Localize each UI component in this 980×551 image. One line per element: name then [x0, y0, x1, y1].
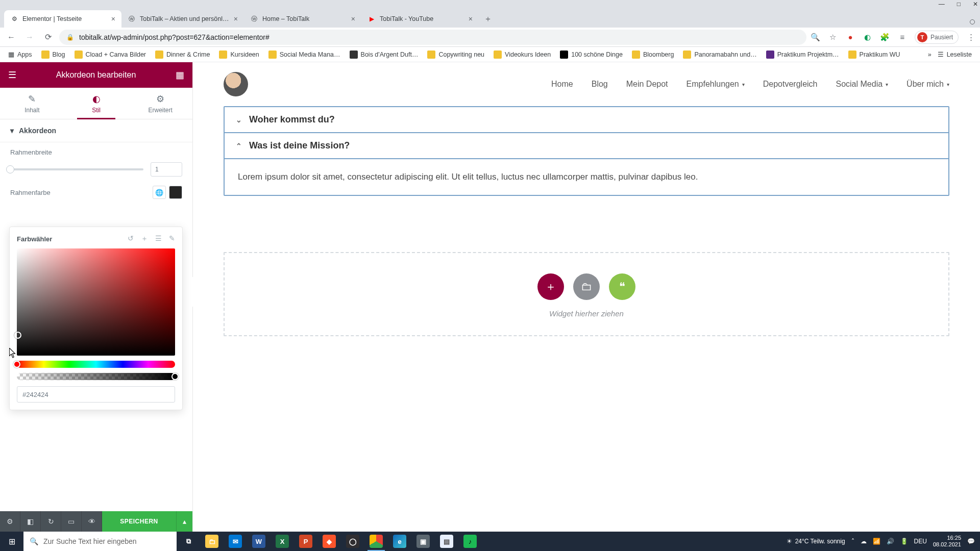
navigator-button[interactable]: ◧ [20, 511, 41, 532]
slider-thumb[interactable] [6, 165, 14, 173]
responsive-button[interactable]: ▭ [61, 511, 82, 532]
nav-depot[interactable]: Mein Depot [626, 80, 668, 89]
back-button[interactable]: ← [4, 30, 18, 44]
eyedropper-icon[interactable]: ✎ [169, 234, 175, 243]
account-indicator-icon[interactable] [970, 19, 975, 24]
hue-slider[interactable] [17, 361, 175, 368]
accordion-item-1-header[interactable]: ⌄ Woher kommst du? [225, 107, 948, 132]
reset-icon[interactable]: ↺ [128, 234, 134, 243]
editor-canvas[interactable]: Home Blog Mein Depot Empfehlungen▾ Depot… [193, 62, 980, 532]
bookmark-item[interactable]: Blog [38, 51, 68, 59]
bookmark-item[interactable]: Videokurs Ideen [491, 51, 554, 59]
weather-widget[interactable]: ☀ 24°C Teilw. sonnig [787, 538, 845, 545]
border-width-slider[interactable] [10, 168, 143, 170]
accordion-item-2-body[interactable]: Lorem ipsum dolor sit amet, consectetur … [225, 158, 948, 195]
bookmark-item[interactable]: Bois d'Argent Duft… [347, 51, 422, 59]
bookmark-item[interactable]: Panoramabahn und… [680, 51, 760, 59]
wifi-icon[interactable]: 📶 [873, 538, 880, 545]
apps-button[interactable]: ▦Apps [5, 51, 35, 58]
tab-advanced[interactable]: ⚙ Erweitert [128, 88, 192, 119]
alpha-slider[interactable] [17, 373, 175, 380]
accordion-widget[interactable]: ⌄ Woher kommst du? ⌃ Was ist deine Missi… [224, 106, 949, 196]
global-color-button[interactable]: 🌐 [153, 186, 166, 199]
taskbar-app-chrome[interactable] [364, 532, 388, 551]
alpha-thumb[interactable] [172, 373, 179, 380]
extension-icon[interactable]: ● [845, 32, 855, 42]
tray-overflow-icon[interactable]: ˄ [851, 538, 854, 545]
widgets-icon[interactable]: ▦ [176, 69, 184, 81]
onedrive-icon[interactable]: ☁ [861, 538, 867, 545]
address-bar[interactable]: 🔒 tobitalk.at/wp-admin/post.php?post=627… [59, 30, 806, 45]
tab-content[interactable]: ✎ Inhalt [0, 88, 64, 119]
bookmark-item[interactable]: 100 schöne Dinge [557, 51, 626, 59]
nav-blog[interactable]: Blog [592, 80, 608, 89]
section-accordion[interactable]: ▾ Akkordeon [0, 119, 192, 142]
reload-button[interactable]: ⟳ [41, 30, 55, 44]
browser-tab-1[interactable]: ⓦ TobiTalk – Aktien und persönliche × [121, 10, 244, 28]
reading-list-button[interactable]: ☰Leseliste [935, 51, 975, 58]
save-options-button[interactable]: ▴ [176, 511, 192, 532]
browser-tab-0[interactable]: ⚙ Elementor | Testseite × [4, 10, 121, 28]
taskbar-search[interactable]: 🔍 Zur Suche Text hier eingeben [23, 532, 177, 551]
menu-icon[interactable]: ☰ [8, 69, 16, 81]
profile-button[interactable]: T Pausiert [915, 31, 959, 44]
history-button[interactable]: ↻ [41, 511, 61, 532]
bookmark-item[interactable]: Bloomberg [629, 51, 677, 59]
add-icon[interactable]: ＋ [141, 234, 148, 243]
add-template-button[interactable]: 🗀 [573, 273, 600, 300]
browser-tab-3[interactable]: ▶ TobiTalk - YouTube × [361, 10, 479, 28]
hue-thumb[interactable] [13, 361, 20, 368]
taskbar-app-obs[interactable]: ◯ [341, 532, 364, 551]
nav-social[interactable]: Social Media▾ [836, 80, 888, 89]
bookmark-item[interactable]: Dinner & Crime [152, 51, 213, 59]
taskbar-app-explorer[interactable]: 🗀 [200, 532, 224, 551]
close-icon[interactable]: × [351, 15, 355, 23]
color-swatch[interactable] [169, 186, 182, 199]
hex-input[interactable] [17, 386, 175, 403]
window-minimize[interactable]: ― [939, 1, 945, 8]
nav-ueber[interactable]: Über mich▾ [906, 80, 949, 89]
bookmark-overflow[interactable]: » [928, 51, 932, 58]
close-icon[interactable]: × [111, 15, 115, 23]
volume-icon[interactable]: 🔊 [887, 538, 894, 545]
add-envato-button[interactable]: ❝ [609, 273, 635, 300]
taskbar-app-generic[interactable]: ▣ [411, 532, 435, 551]
browser-tab-2[interactable]: ⓦ Home – TobiTalk × [244, 10, 361, 28]
add-section-dropzone[interactable]: ＋ 🗀 ❝ Widget hierher ziehen [224, 252, 949, 336]
bookmark-item[interactable]: Kursideen [216, 51, 262, 59]
task-view-button[interactable]: ⧉ [177, 532, 200, 551]
extension-icon[interactable]: ◐ [863, 32, 873, 42]
taskbar-app-powerpoint[interactable]: P [294, 532, 317, 551]
readlist-icon[interactable]: ≡ [897, 32, 908, 42]
forward-button[interactable]: → [22, 30, 37, 44]
start-button[interactable]: ⊞ [0, 532, 23, 551]
clock[interactable]: 16:25 08.02.2021 [933, 535, 961, 548]
taskbar-app-excel[interactable]: X [271, 532, 294, 551]
taskbar-app-spotify[interactable]: ♪ [458, 532, 482, 551]
saturation-cursor[interactable] [14, 332, 21, 339]
window-maximize[interactable]: □ [957, 1, 961, 8]
save-button[interactable]: SPEICHERN [102, 511, 176, 532]
accordion-item-2-header[interactable]: ⌃ Was ist deine Mission? [225, 132, 948, 158]
palette-icon[interactable]: ☰ [155, 234, 162, 243]
add-section-button[interactable]: ＋ [537, 273, 564, 300]
bookmark-item[interactable]: Cload + Canva Bilder [71, 51, 149, 59]
window-close[interactable]: ✕ [973, 1, 978, 8]
taskbar-app-brave[interactable]: ◆ [317, 532, 341, 551]
bookmark-item[interactable]: Praktikum WU [845, 51, 903, 59]
taskbar-app-word[interactable]: W [247, 532, 271, 551]
site-logo[interactable] [224, 72, 248, 96]
bookmark-item[interactable]: Social Media Mana… [265, 51, 344, 59]
settings-button[interactable]: ⚙ [0, 511, 20, 532]
taskbar-app-mail[interactable]: ✉ [224, 532, 247, 551]
extensions-icon[interactable]: 🧩 [880, 32, 890, 42]
border-width-input[interactable]: 1 [151, 162, 182, 177]
close-icon[interactable]: × [234, 15, 238, 23]
close-icon[interactable]: × [469, 15, 473, 23]
language-indicator[interactable]: DEU [914, 538, 927, 545]
saturation-area[interactable] [17, 248, 175, 356]
tab-style[interactable]: ◐ Stil [64, 88, 129, 119]
kebab-menu-icon[interactable]: ⋮ [966, 32, 976, 42]
taskbar-app-notepad[interactable]: ▤ [435, 532, 458, 551]
nav-empfehlungen[interactable]: Empfehlungen▾ [687, 80, 745, 89]
